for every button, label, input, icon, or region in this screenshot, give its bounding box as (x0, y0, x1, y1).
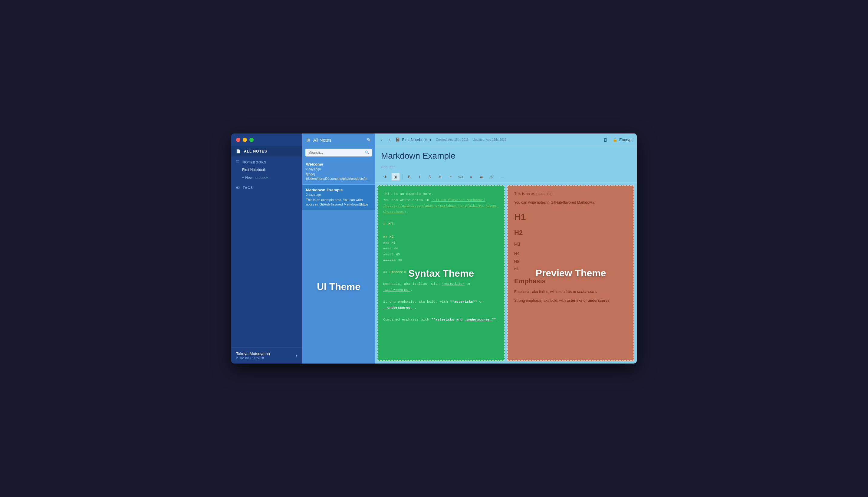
encrypt-label: Encrypt (619, 138, 632, 142)
close-button[interactable] (236, 138, 240, 142)
new-note-icon[interactable]: ✎ (367, 137, 371, 143)
italic-button[interactable]: I (415, 173, 424, 181)
syntax-h1: # H1 (383, 221, 499, 228)
preview-emphasis-header: Emphasis (514, 276, 627, 286)
syntax-emphasis1: Emphasis, aka italics, with *asterisks* … (383, 281, 499, 293)
notebook-name: First Notebook (402, 138, 428, 142)
editor-area: ‹ › 📓 First Notebook ▾ Created: Aug 15th… (375, 133, 637, 364)
preview-pane: Preview Theme This is an example note. Y… (507, 185, 634, 361)
tag-icon: 🏷 (236, 186, 240, 189)
syntax-intro1: This is an example note. (383, 191, 499, 197)
sidebar: 📄 ALL NOTES ☰ NOTEBOOKS First Notebook +… (231, 133, 302, 364)
user-date: 2016/08/17 11:22:38 (236, 357, 270, 360)
preview-h1: H1 (514, 210, 627, 224)
nav-back-button[interactable]: ‹ (379, 137, 384, 143)
tags-label: TAGS (243, 186, 253, 189)
note-meta: 2 days ago (306, 167, 371, 171)
note-title: Markdown Example (306, 188, 371, 192)
editor-header: ‹ › 📓 First Notebook ▾ Created: Aug 15th… (375, 133, 637, 146)
syntax-intro2: You can write notes in [GitHub-flavored … (383, 197, 499, 215)
syntax-h2: ## H2 (383, 234, 499, 240)
bold-button[interactable]: B (405, 173, 413, 181)
syntax-pane[interactable]: Syntax Theme This is an example note. Yo… (378, 185, 505, 361)
notes-list-header: ⊞ All Notes ✎ (302, 133, 375, 146)
preview-h6: H6 (514, 266, 627, 272)
sidebar-section-notebooks: ☰ NOTEBOOKS (231, 156, 302, 166)
new-notebook-label: + New notebook... (242, 175, 271, 180)
trash-button[interactable]: 🗑 (603, 137, 608, 143)
notes-list-title: All Notes (313, 138, 331, 143)
search-input[interactable] (305, 148, 372, 156)
add-tags-label: Add tags (381, 165, 395, 169)
note-preview: ![logo](/Users/nora/Documents/pkpk/produ… (306, 172, 371, 181)
syntax-h3: ### H3 (383, 240, 499, 246)
strikethrough-button[interactable]: S (426, 173, 434, 181)
syntax-emphasis2: Strong emphasis, aka bold, with **asteri… (383, 299, 499, 311)
main-layout: 📄 ALL NOTES ☰ NOTEBOOKS First Notebook +… (231, 133, 637, 364)
syntax-emphasis-header: ## Emphasis (383, 269, 499, 275)
document-icon: 📄 (236, 149, 241, 154)
window-controls (236, 138, 254, 142)
chevron-down-icon[interactable]: ▾ (296, 354, 298, 358)
note-title-input[interactable] (381, 151, 631, 161)
search-icon: 🔍 (365, 151, 370, 155)
editor-actions: 🗑 🔒 Encrypt (603, 137, 632, 143)
syntax-h5: ##### H5 (383, 252, 499, 258)
sort-icon[interactable]: ⊞ (307, 138, 310, 142)
notes-list-title-area: ⊞ All Notes (307, 138, 331, 143)
note-item-welcome[interactable]: Welcome 2 days ago ![logo](/Users/nora/D… (302, 159, 375, 185)
notebook-icon: 📓 (395, 138, 400, 142)
maximize-button[interactable] (250, 138, 254, 142)
sidebar-item-all-notes[interactable]: 📄 ALL NOTES (231, 146, 302, 156)
split-view-button[interactable]: ▣ (391, 173, 400, 181)
preview-intro2: You can write notes in GitHub-flavored M… (514, 200, 627, 205)
preview-h4: H4 (514, 250, 627, 257)
toolbar-separator-1 (402, 174, 402, 180)
hr-button[interactable]: — (498, 173, 506, 181)
ol-button[interactable]: ≣ (477, 173, 485, 181)
preview-intro1: This is an example note. (514, 191, 627, 197)
tags-area[interactable]: Add tags (375, 163, 637, 171)
sidebar-nav: 📄 ALL NOTES ☰ NOTEBOOKS First Notebook +… (231, 146, 302, 347)
quote-button[interactable]: ❝ (446, 173, 455, 181)
note-item-markdown[interactable]: Markdown Example 2 days ago This is an e… (302, 185, 375, 210)
all-notes-label: ALL NOTES (244, 149, 267, 154)
sidebar-section-tags: 🏷 TAGS (231, 182, 302, 191)
lock-icon: 🔒 (613, 138, 617, 142)
notes-search: 🔍 (305, 148, 372, 156)
notebooks-label: NOTEBOOKS (242, 160, 267, 164)
first-notebook-label: First Notebook (242, 168, 266, 172)
heading-button[interactable]: H (436, 173, 444, 181)
preview-emphasis2: Strong emphasis, aka bold, with asterisk… (514, 298, 627, 303)
code-button[interactable]: </> (456, 173, 465, 181)
preview-h2: H2 (514, 227, 627, 238)
editor-title-area (375, 146, 637, 163)
syntax-h6: ###### H6 (383, 257, 499, 263)
created-date: Created: Aug 15th, 2016 (436, 138, 469, 141)
nav-forward-button[interactable]: › (387, 137, 393, 143)
sidebar-item-first-notebook[interactable]: First Notebook (231, 166, 302, 174)
preview-h3: H3 (514, 241, 627, 248)
note-preview: This is an example note. You can write n… (306, 198, 371, 207)
new-notebook-button[interactable]: + New notebook... (231, 174, 302, 182)
syntax-h4: #### H4 (383, 245, 499, 252)
editor-toolbar: 👁 ▣ B I S H ❝ </> ≡ ≣ 🔗 — (375, 171, 637, 183)
encrypt-button[interactable]: 🔒 Encrypt (613, 138, 632, 142)
note-title: Welcome (306, 162, 371, 167)
link-button[interactable]: 🔗 (487, 173, 496, 181)
notebook-selector[interactable]: 📓 First Notebook ▾ (395, 138, 431, 142)
minimize-button[interactable] (243, 138, 247, 142)
updated-date: Updated: Aug 15th, 2016 (473, 138, 506, 141)
preview-emphasis1: Emphasis, aka italics, with asterisks or… (514, 289, 627, 295)
syntax-emphasis3: Combined emphasis with **asterisks and _… (383, 317, 499, 323)
preview-toggle-button[interactable]: 👁 (381, 173, 389, 181)
notes-list-panel: ⊞ All Notes ✎ 🔍 Welcome 2 days ago ![log… (302, 133, 375, 364)
ui-theme-label: UI Theme (317, 281, 360, 293)
ul-button[interactable]: ≡ (467, 173, 475, 181)
editor-content: Syntax Theme This is an example note. Yo… (375, 183, 637, 364)
notebook-chevron-icon: ▾ (429, 138, 431, 142)
list-icon: ☰ (236, 160, 239, 164)
note-meta: 2 days ago (306, 193, 371, 196)
preview-h5: H5 (514, 259, 627, 265)
user-info: Takuya Matsuyama 2016/08/17 11:22:38 (236, 351, 270, 360)
